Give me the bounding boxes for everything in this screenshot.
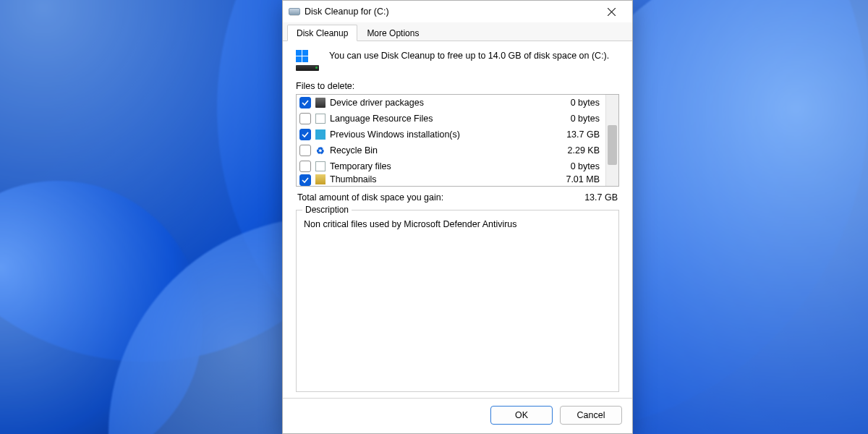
list-item-size: 13.7 GB [566, 129, 600, 140]
description-text: Non critical files used by Microsoft Def… [304, 219, 611, 229]
titlebar[interactable]: Disk Cleanup for (C:) [283, 1, 632, 22]
checkbox-icon[interactable] [299, 174, 311, 186]
cancel-button[interactable]: Cancel [560, 406, 622, 425]
recycle-bin-icon: ♻ [315, 145, 326, 156]
list-item-size: 0 bytes [571, 114, 600, 124]
list-item-label: Previous Windows installation(s) [330, 129, 566, 140]
list-item[interactable]: Previous Windows installation(s) 13.7 GB [297, 127, 605, 142]
checkbox-icon[interactable] [299, 145, 311, 156]
total-row: Total amount of disk space you gain: 13.… [297, 192, 618, 203]
list-item-size: 0 bytes [571, 161, 600, 171]
total-label: Total amount of disk space you gain: [297, 192, 443, 203]
windows-install-icon [315, 129, 326, 140]
files-to-delete-label: Files to delete: [296, 81, 619, 91]
list-item-size: 2.29 KB [568, 145, 600, 156]
tab-content: You can use Disk Cleanup to free up to 1… [283, 41, 632, 398]
checkbox-icon[interactable] [299, 129, 311, 140]
description-legend: Description [302, 205, 352, 215]
checkbox-icon[interactable] [299, 161, 311, 172]
file-page-icon [315, 114, 326, 124]
thumbnails-icon [315, 174, 326, 184]
intro-text: You can use Disk Cleanup to free up to 1… [329, 50, 609, 71]
disk-cleanup-dialog: Disk Cleanup for (C:) Disk Cleanup More … [282, 0, 633, 434]
list-item-label: Language Resource Files [330, 114, 571, 124]
close-button[interactable] [596, 1, 626, 22]
list-item-size: 0 bytes [571, 98, 600, 108]
list-item[interactable]: Temporary files 0 bytes [297, 158, 605, 174]
list-item-size: 7.01 MB [566, 174, 600, 184]
list-item[interactable]: ♻ Recycle Bin 2.29 KB [297, 142, 605, 158]
tab-strip: Disk Cleanup More Options [283, 22, 632, 41]
dialog-footer: OK Cancel [283, 398, 632, 433]
files-list-items: Device driver packages 0 bytes Language … [297, 95, 605, 186]
scrollbar-thumb[interactable] [608, 125, 617, 165]
list-item-label: Recycle Bin [330, 145, 568, 156]
tab-more-options[interactable]: More Options [357, 25, 428, 41]
intro-row: You can use Disk Cleanup to free up to 1… [296, 50, 619, 71]
close-icon [608, 8, 616, 16]
list-item-label: Device driver packages [330, 98, 571, 108]
drive-icon [296, 50, 320, 71]
checkbox-icon[interactable] [299, 113, 311, 124]
list-item[interactable]: Device driver packages 0 bytes [297, 95, 605, 111]
ok-button[interactable]: OK [490, 406, 553, 425]
files-list: Device driver packages 0 bytes Language … [296, 94, 619, 187]
tab-disk-cleanup[interactable]: Disk Cleanup [287, 25, 357, 41]
list-item-label: Temporary files [330, 161, 571, 171]
list-item-label: Thumbnails [330, 174, 566, 184]
checkbox-icon[interactable] [299, 97, 311, 109]
file-page-icon [315, 161, 326, 171]
disk-cleanup-icon [289, 8, 300, 15]
list-item[interactable]: Thumbnails 7.01 MB [297, 174, 605, 186]
driver-package-icon [315, 98, 326, 108]
scrollbar[interactable] [605, 95, 618, 186]
window-title: Disk Cleanup for (C:) [305, 7, 389, 17]
description-group: Description Non critical files used by M… [296, 210, 619, 392]
list-item[interactable]: Language Resource Files 0 bytes [297, 111, 605, 127]
total-value: 13.7 GB [584, 192, 618, 203]
